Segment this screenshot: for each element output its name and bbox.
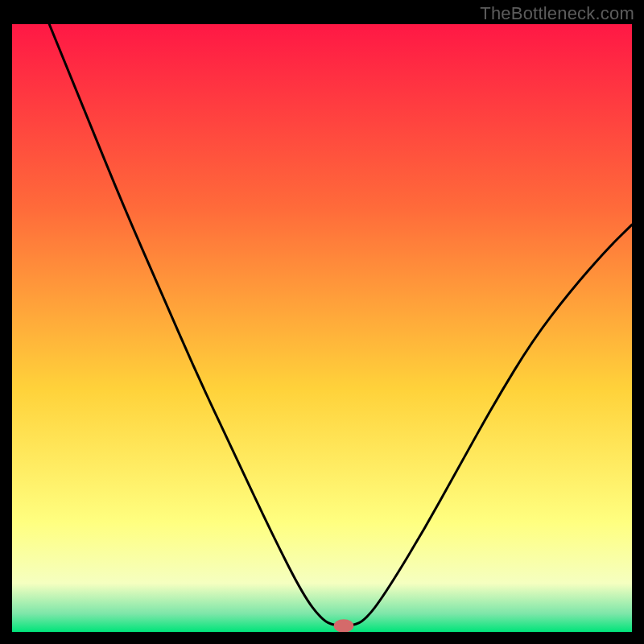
selected-point-marker — [334, 619, 354, 632]
gradient-background — [12, 24, 632, 632]
bottleneck-chart — [12, 24, 632, 632]
watermark-text: TheBottleneck.com — [480, 3, 634, 24]
chart-stage: TheBottleneck.com — [0, 0, 644, 644]
plot-area — [12, 24, 632, 632]
